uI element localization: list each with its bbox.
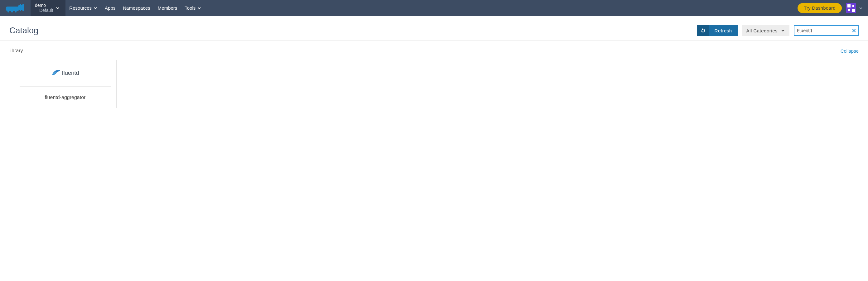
svg-rect-5 (11, 10, 13, 12)
nav-namespaces-label: Namespaces (123, 5, 150, 10)
svg-rect-9 (6, 8, 7, 10)
svg-rect-8 (23, 9, 24, 11)
chevron-down-icon (56, 6, 60, 10)
brand-logo[interactable] (6, 0, 31, 16)
nav-apps-label: Apps (105, 5, 115, 10)
chevron-down-icon (94, 6, 97, 10)
avatar-icon (846, 3, 856, 13)
refresh-label: Refresh (709, 25, 738, 36)
svg-rect-3 (23, 4, 24, 6)
svg-rect-4 (7, 10, 9, 12)
category-dropdown[interactable]: All Categories (742, 25, 789, 36)
card-logo: fluentd (52, 66, 79, 79)
nav-apps[interactable]: Apps (101, 0, 119, 16)
svg-rect-7 (20, 9, 21, 11)
nav-members[interactable]: Members (154, 0, 181, 16)
rancher-logo-icon (6, 3, 26, 13)
svg-rect-0 (6, 6, 19, 11)
nav-namespaces[interactable]: Namespaces (119, 0, 154, 16)
main-nav: Resources Apps Namespaces Members Tools (65, 0, 205, 16)
section-header: library Collapse (0, 40, 868, 57)
nav-tools[interactable]: Tools (181, 0, 205, 16)
environment-name: Default (39, 8, 53, 13)
category-label: All Categories (746, 28, 778, 33)
fluentd-bird-icon (52, 69, 61, 77)
refresh-button[interactable]: Refresh (697, 25, 738, 36)
nav-resources-label: Resources (69, 5, 92, 10)
chevron-down-icon (197, 6, 201, 10)
page-header: Catalog Refresh All Categories (0, 16, 868, 40)
cluster-name: demo (35, 3, 53, 8)
section-title: library (9, 48, 23, 54)
user-menu[interactable] (845, 2, 864, 14)
page-title: Catalog (9, 26, 38, 36)
nav-members-label: Members (158, 5, 177, 10)
clear-search-icon[interactable] (851, 28, 857, 33)
header-actions: Refresh All Categories (697, 25, 859, 36)
cluster-switcher[interactable]: demo Default (31, 0, 65, 16)
search-wrapper (794, 25, 859, 36)
catalog-card[interactable]: fluentd fluentd-aggregator (14, 60, 117, 108)
svg-rect-6 (15, 10, 17, 12)
try-dashboard-button[interactable]: Try Dashboard (798, 3, 842, 13)
card-name: fluentd-aggregator (45, 95, 86, 100)
chevron-down-icon (859, 6, 863, 10)
svg-rect-1 (18, 5, 24, 10)
top-nav: demo Default Resources Apps Namespaces M… (0, 0, 868, 16)
card-logo-text: fluentd (62, 69, 79, 76)
search-input[interactable] (794, 25, 859, 36)
chevron-down-icon (781, 28, 785, 33)
collapse-link[interactable]: Collapse (841, 48, 859, 54)
topbar-right: Try Dashboard (798, 0, 868, 16)
nav-tools-label: Tools (185, 5, 195, 10)
svg-rect-2 (20, 4, 21, 6)
nav-resources[interactable]: Resources (65, 0, 101, 16)
card-divider (20, 86, 111, 86)
cards-grid: fluentd fluentd-aggregator (0, 57, 868, 117)
refresh-icon (697, 25, 709, 36)
